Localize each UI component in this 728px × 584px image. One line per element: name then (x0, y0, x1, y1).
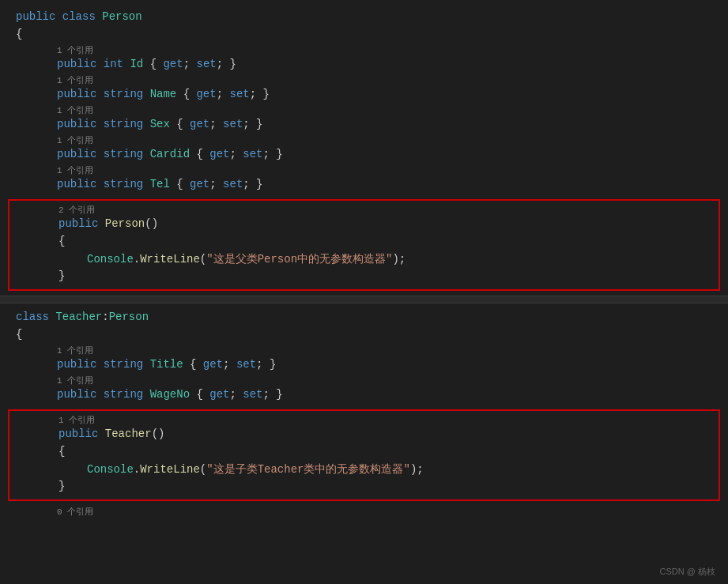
line-tel: public string Tel { get; set; } (0, 177, 728, 194)
line-console-writeline-teacher: Console.WriteLine("这是子类Teacher类中的无参数构造器"… (9, 462, 719, 479)
watermark: CSDN @ 杨枝 (660, 566, 715, 578)
line-teacher-open: { (9, 444, 719, 462)
hint-teacher-constructor: 1 个引用 (51, 414, 719, 427)
line-constructor-close: } (9, 269, 719, 286)
hint-wageno: 1 个引用 (49, 375, 728, 387)
line-person-constructor: public Person() (9, 217, 719, 234)
line-open-brace-2: { (0, 327, 728, 345)
bottom-code-section: class Teacher:Person { 1 个引用 public stri… (0, 303, 728, 518)
line-constructor-open: { (9, 234, 719, 251)
section-separator (0, 296, 728, 303)
line-teacher-close: } (9, 479, 719, 496)
line-class-person: public class Person (0, 9, 728, 27)
line-console-writeline-person: Console.WriteLine("这是父类Person中的无参数构造器"); (9, 251, 719, 269)
line-name: public string Name { get; set; } (0, 87, 728, 104)
hint-after-teacher: 0 个引用 (49, 506, 728, 518)
line-open-brace-1: { (0, 27, 728, 44)
hint-person-constructor: 2 个引用 (51, 204, 719, 217)
hint-name: 1 个引用 (49, 74, 728, 87)
line-teacher-constructor: public Teacher() (9, 427, 719, 444)
line-title: public string Title { get; set; } (0, 357, 728, 375)
hint-tel: 1 个引用 (49, 164, 728, 177)
hint-cardid: 1 个引用 (49, 134, 728, 147)
top-code-section: public class Person { 1 个引用 public int I… (0, 0, 728, 291)
line-class-teacher: class Teacher:Person (0, 310, 728, 327)
line-sex: public string Sex { get; set; } (0, 117, 728, 134)
code-text: public class Person (16, 10, 142, 23)
code-editor: public class Person { 1 个引用 public int I… (0, 0, 728, 584)
hint-sex: 1 个引用 (49, 104, 728, 117)
line-id: public int Id { get; set; } (0, 57, 728, 74)
hint-id: 1 个引用 (49, 44, 728, 57)
highlighted-block-person: 2 个引用 public Person() { Console.WriteLin… (8, 199, 720, 291)
highlighted-block-teacher: 1 个引用 public Teacher() { Console.WriteLi… (8, 409, 720, 501)
line-wageno: public string WageNo { get; set; } (0, 387, 728, 405)
line-cardid: public string Cardid { get; set; } (0, 147, 728, 164)
hint-title: 1 个引用 (49, 345, 728, 357)
